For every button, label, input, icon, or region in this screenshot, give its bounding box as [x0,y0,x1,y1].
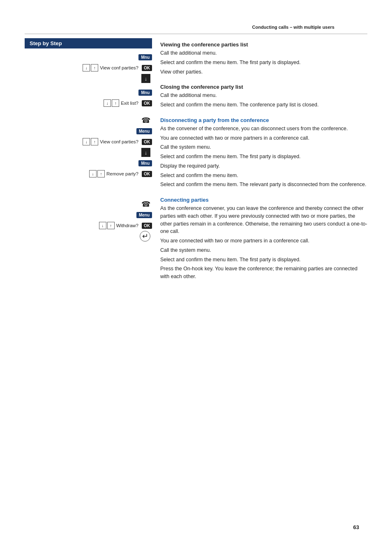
down-arrow-btn-3[interactable]: ↓ [83,138,90,145]
step-row-viewconf1: ↓ ↑ View conf parties? OK [25,62,152,73]
down-arrow-btn-1[interactable]: ↓ [83,64,90,71]
up-arrow-btn-3[interactable]: ↑ [91,138,98,145]
down-arrow-icon-2: ↓ [141,148,150,157]
onhook-icon[interactable]: ↵ [140,231,150,242]
left-panel: Step by Step Mnu ↓ ↑ View conf parties? … [25,38,152,282]
text-withdraw: Select and confirm the menu item. The fi… [160,256,367,264]
step-row-viewconf2: ↓ ↑ View conf parties? OK [25,136,152,147]
ok-button-5[interactable]: OK [142,223,152,229]
page-header: Conducting calls – with multiple users [25,0,367,34]
down-arrow-btn-5[interactable]: ↓ [99,222,106,229]
connecting-steps: ☎ Menu ↓ ↑ Withdraw? OK ↵ [25,199,152,242]
step-row-exitlist: ↓ ↑ Exit list? OK [25,98,152,108]
step-row-mnu1: Mnu [25,52,152,62]
step-row-menu1: Menu [25,126,152,136]
ok-button-4[interactable]: OK [142,171,152,177]
step-row-withdraw: ↓ ↑ Withdraw? OK [25,220,152,231]
section-title-viewing: Viewing the conference parties list [160,41,367,48]
ok-button-3[interactable]: OK [142,139,152,145]
down-arrow-btn-4[interactable]: ↓ [89,170,97,177]
page-number: 63 [353,524,359,530]
section-title-connecting: Connecting parties [160,197,367,203]
text-menu1: Call the system menu. [160,143,367,151]
text-viewconf2: Select and confirm the menu item. The fi… [160,153,367,161]
mnu-button-3[interactable]: Mnu [138,160,152,166]
text-select-confirm: Select and confirm the menu item. [160,172,367,180]
step-row-menu2: Menu [25,210,152,220]
text-mnu1: Call the additional menu. [160,49,367,57]
header-title: Conducting calls – with multiple users [252,25,334,30]
step-row-onhook: ↵ [25,231,152,242]
menu-button-1[interactable]: Menu [136,128,152,134]
step-row-down1: ↓ [25,73,152,84]
text-viewconf1: Select and confirm the menu item. The fi… [160,59,367,67]
up-arrow-btn-5[interactable]: ↑ [107,222,115,229]
up-arrow-btn-2[interactable]: ↑ [112,99,119,107]
down-arrow-icon-1: ↓ [141,74,150,83]
text-viewother: View other parties. [160,68,367,76]
ok-button-1[interactable]: OK [142,65,152,71]
step-by-step-header: Step by Step [25,38,152,48]
section-title-disconnect: Disconnecting a party from the conferenc… [160,117,367,123]
section-connecting: Connecting parties As the conference con… [160,197,367,281]
ok-button-2[interactable]: OK [142,100,152,106]
phone-icon-1: ☎ [141,116,150,125]
nav-arrows-5: ↓ ↑ [99,222,115,229]
step-label-withdraw: Withdraw? [116,223,138,228]
mnu-button-1[interactable]: Mnu [138,54,152,60]
text-connecting-intro: As the conference convener, you can leav… [160,205,367,235]
nav-arrows-1: ↓ ↑ [83,64,98,71]
step-row-down2: ↓ [25,147,152,158]
phone-icon-2: ☎ [141,200,150,209]
up-arrow-btn-4[interactable]: ↑ [97,170,105,177]
step-label-viewconf2: View conf parties? [100,139,138,144]
text-removeparty: Select and confirm the menu item. The re… [160,181,367,189]
step-label-viewconf1: View conf parties? [100,65,138,70]
text-exitlist: Select and confirm the menu item. The co… [160,101,367,109]
step-row-mnu2: Mnu [25,87,152,98]
text-menu2: Call the system menu. [160,246,367,254]
text-disconnect-intro: As the convener of the conference, you c… [160,125,367,133]
closing-steps: Mnu ↓ ↑ Exit list? OK [25,87,152,108]
section-closing: Closing the conference party list Call t… [160,84,367,109]
nav-arrows-3: ↓ ↑ [83,138,98,145]
section-disconnect: Disconnecting a party from the conferenc… [160,117,367,189]
nav-arrows-4: ↓ ↑ [89,170,105,177]
step-row-mnu3: Mnu [25,158,152,168]
right-panel: Viewing the conference parties list Call… [152,38,367,282]
text-mnu2: Call the additional menu. [160,92,367,99]
down-arrow-btn-2[interactable]: ↓ [104,99,111,107]
text-onhook: Press the On-hook key. You leave the con… [160,265,367,281]
up-arrow-btn-1[interactable]: ↑ [91,64,98,71]
step-label-removeparty: Remove party? [106,171,138,176]
text-connecting-phone: You are connected with two or more partn… [160,237,367,245]
step-label-exitlist: Exit list? [121,101,138,106]
main-content: Step by Step Mnu ↓ ↑ View conf parties? … [25,34,367,282]
mnu-button-2[interactable]: Mnu [138,90,152,96]
text-disconnect-phone: You are connected with two or more partn… [160,134,367,142]
menu-button-2[interactable]: Menu [136,212,152,218]
viewing-steps: Mnu ↓ ↑ View conf parties? OK ↓ [25,52,152,84]
step-row-phone2: ☎ [25,199,152,210]
step-row-phone1: ☎ [25,115,152,126]
disconnect-steps: ☎ Menu ↓ ↑ View conf parties? OK ↓ Mnu [25,115,152,179]
section-title-closing: Closing the conference party list [160,84,367,90]
text-display-required: Display the required party. [160,162,367,170]
nav-arrows-2: ↓ ↑ [104,99,119,107]
section-viewing: Viewing the conference parties list Call… [160,41,367,76]
step-row-removeparty: ↓ ↑ Remove party? OK [25,168,152,179]
